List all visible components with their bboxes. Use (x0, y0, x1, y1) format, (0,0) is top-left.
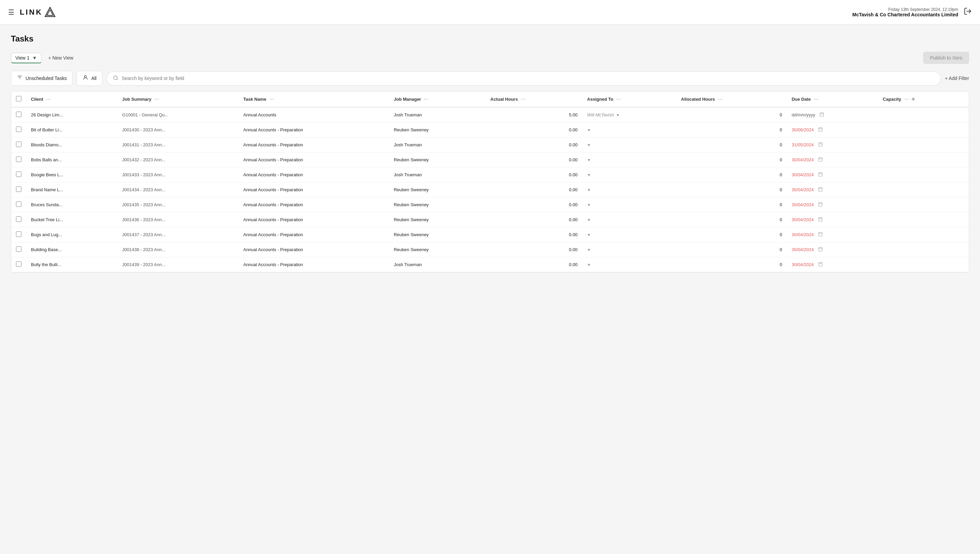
td-capacity (878, 197, 969, 212)
assigned-dropdown-arrow[interactable]: ▼ (587, 233, 591, 237)
td-assigned-to[interactable]: ▼ (582, 257, 676, 272)
row-checkbox[interactable] (16, 261, 21, 267)
row-checkbox[interactable] (16, 231, 21, 237)
allocated-hours-col-options[interactable]: ⋯ (718, 97, 722, 102)
row-checkbox[interactable] (16, 111, 21, 117)
td-job-summary: G10001 - General Qu... (118, 107, 239, 123)
calendar-icon[interactable] (819, 112, 824, 118)
add-column-button[interactable]: + (912, 96, 915, 103)
add-filter-button[interactable]: + Add Filter (945, 76, 969, 81)
row-checkbox-cell (11, 107, 26, 123)
publish-button[interactable]: Publish to Xero (923, 52, 969, 64)
calendar-icon[interactable] (818, 187, 823, 193)
td-actual-hours: 0.00 (485, 257, 582, 272)
client-col-options[interactable]: ⋯ (46, 97, 51, 102)
td-allocated-hours: 0 (676, 182, 787, 197)
td-capacity (878, 227, 969, 242)
due-date-col-options[interactable]: ⋯ (814, 97, 818, 102)
td-capacity (878, 167, 969, 182)
assigned-dropdown-arrow[interactable]: ▼ (616, 113, 620, 117)
filter-chip-person[interactable]: All (76, 71, 102, 86)
row-checkbox-cell (11, 212, 26, 227)
table-header-row: Client ⋯ Job Summary ⋯ Task Name ⋯ (11, 92, 969, 107)
assigned-dropdown-arrow[interactable]: ▼ (587, 188, 591, 192)
svg-rect-29 (818, 188, 822, 191)
td-capacity (878, 137, 969, 153)
person-icon (82, 75, 89, 82)
row-checkbox[interactable] (16, 201, 21, 207)
svg-rect-9 (820, 113, 824, 116)
view-selector[interactable]: View 1 ▼ (11, 53, 41, 63)
search-bar[interactable] (107, 72, 941, 85)
td-due-date: dd/mm/yyyy (787, 107, 878, 123)
select-all-checkbox[interactable] (16, 96, 21, 102)
td-assigned-to[interactable]: ▼ (582, 137, 676, 153)
new-view-button[interactable]: + New View (46, 53, 76, 63)
td-assigned-to[interactable]: ▼ (582, 153, 676, 167)
th-select-all[interactable] (11, 92, 26, 107)
td-due-date: 30/04/2024 (787, 227, 878, 242)
td-allocated-hours: 0 (676, 212, 787, 227)
td-assigned-to[interactable]: ▼ (582, 242, 676, 257)
row-checkbox[interactable] (16, 247, 21, 252)
assigned-dropdown-arrow[interactable]: ▼ (587, 158, 591, 162)
row-checkbox[interactable] (16, 156, 21, 162)
search-input[interactable] (122, 76, 934, 81)
calendar-icon[interactable] (818, 157, 823, 162)
filter-chip-tasks[interactable]: Unscheduled Tasks (11, 71, 73, 86)
th-assigned-to: Assigned To ⋯ (582, 92, 676, 107)
row-checkbox[interactable] (16, 127, 21, 132)
calendar-icon[interactable] (818, 142, 823, 148)
logo: LINK (20, 6, 56, 18)
menu-icon[interactable]: ☰ (8, 8, 14, 16)
calendar-icon[interactable] (818, 127, 823, 133)
calendar-icon[interactable] (818, 202, 823, 208)
td-assigned-to[interactable]: ▼ (582, 212, 676, 227)
td-assigned-to[interactable]: Will McTavish ▼ (582, 107, 676, 123)
assigned-dropdown-arrow[interactable]: ▼ (587, 143, 591, 147)
td-client: Bobs Balls an... (26, 153, 118, 167)
td-job-summary: J001434 - 2023 Ann... (118, 182, 239, 197)
td-allocated-hours: 0 (676, 137, 787, 153)
calendar-icon[interactable] (818, 247, 823, 253)
header-date: Friday 13th September 2024, 12:19pm (853, 7, 958, 12)
calendar-icon[interactable] (818, 172, 823, 178)
td-client: Building Base... (26, 242, 118, 257)
td-task-name: Annual Accounts - Preparation (239, 197, 389, 212)
assigned-dropdown-arrow[interactable]: ▼ (587, 128, 591, 132)
calendar-icon[interactable] (818, 262, 823, 267)
td-allocated-hours: 0 (676, 257, 787, 272)
assigned-dropdown-arrow[interactable]: ▼ (587, 248, 591, 252)
assigned-dropdown-arrow[interactable]: ▼ (587, 203, 591, 207)
assigned-dropdown-arrow[interactable]: ▼ (587, 173, 591, 177)
assigned-dropdown-arrow[interactable]: ▼ (587, 218, 591, 222)
row-checkbox[interactable] (16, 142, 21, 147)
row-checkbox[interactable] (16, 172, 21, 177)
due-date-value: 30/04/2024 (791, 157, 814, 162)
td-assigned-to[interactable]: ▼ (582, 182, 676, 197)
logout-icon[interactable] (964, 7, 972, 17)
assigned-dropdown-arrow[interactable]: ▼ (587, 263, 591, 267)
app-header: ☰ LINK Friday 13th September 2024, 12:19… (0, 0, 980, 24)
td-client: Brand Name L... (26, 182, 118, 197)
td-task-name: Annual Accounts (239, 107, 389, 123)
row-checkbox[interactable] (16, 217, 21, 222)
td-assigned-to[interactable]: ▼ (582, 167, 676, 182)
td-assigned-to[interactable]: ▼ (582, 123, 676, 137)
td-assigned-to[interactable]: ▼ (582, 197, 676, 212)
job-summary-col-options[interactable]: ⋯ (154, 97, 159, 102)
td-capacity (878, 257, 969, 272)
assigned-to-col-options[interactable]: ⋯ (616, 97, 620, 102)
due-date-value: 30/06/2024 (791, 127, 814, 132)
capacity-col-options[interactable]: ⋯ (904, 97, 909, 102)
filter-bar: Unscheduled Tasks All + Add Filter (11, 71, 969, 86)
td-allocated-hours: 0 (676, 167, 787, 182)
td-actual-hours: 0.00 (485, 167, 582, 182)
calendar-icon[interactable] (818, 232, 823, 237)
calendar-icon[interactable] (818, 217, 823, 223)
td-assigned-to[interactable]: ▼ (582, 227, 676, 242)
job-manager-col-options[interactable]: ⋯ (424, 97, 428, 102)
actual-hours-col-options[interactable]: ⋯ (520, 97, 525, 102)
task-name-col-options[interactable]: ⋯ (269, 97, 274, 102)
row-checkbox[interactable] (16, 186, 21, 192)
